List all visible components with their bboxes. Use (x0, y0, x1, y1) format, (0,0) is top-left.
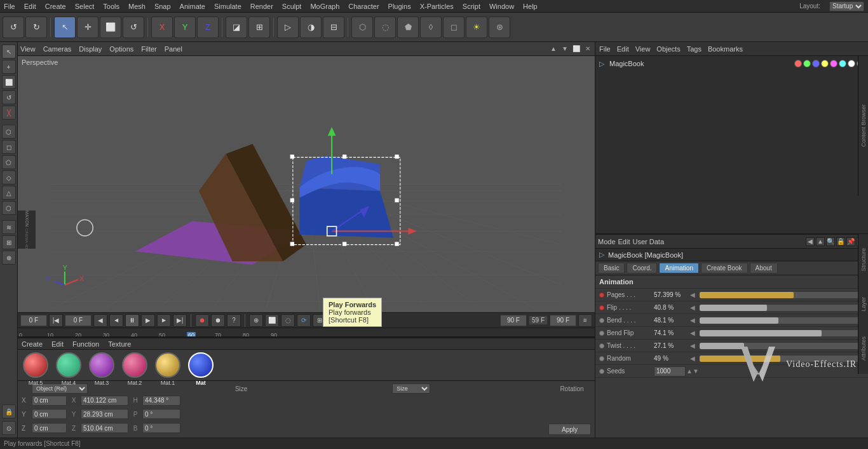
attr-userdata-btn[interactable]: User Data (633, 238, 665, 245)
auto-key-button[interactable]: ⏺ (211, 314, 225, 327)
left-tool-4[interactable]: ↺ (2, 90, 16, 104)
panel-tab[interactable]: Panel (165, 45, 182, 53)
left-tool-13[interactable]: ⊞ (2, 235, 16, 249)
basic-tab[interactable]: Basic (598, 263, 625, 273)
move-tool-button[interactable]: ✛ (77, 17, 98, 38)
motion-loop-button[interactable]: ⟳ (297, 314, 311, 327)
mat-texture-menu[interactable]: Texture (108, 340, 131, 348)
key-help-button[interactable]: ? (227, 314, 241, 327)
left-tool-snap[interactable]: ⊙ (2, 421, 16, 435)
attr-forward-btn[interactable]: ▲ (816, 237, 825, 246)
scene-tool-button[interactable]: ⊛ (489, 17, 510, 38)
left-tool-7[interactable]: ◻ (2, 140, 16, 154)
left-tool-6[interactable]: ⬡ (2, 125, 16, 139)
vp-icon-2[interactable]: ▼ (560, 45, 569, 53)
bend-decrement[interactable]: ◀ (688, 316, 697, 325)
attr-back-btn[interactable]: ◀ (806, 237, 815, 246)
timeline-track[interactable] (18, 337, 595, 338)
material-mat2[interactable]: Mat.2 (122, 352, 147, 378)
bend-flip-bar-container[interactable] (700, 330, 864, 336)
material-mat5[interactable]: Mat.5 (23, 352, 48, 378)
scale-tool-button[interactable]: ⬜ (100, 17, 121, 38)
3d-viewport[interactable]: Perspective (18, 56, 595, 312)
fast-forward-button[interactable]: ▶ (157, 314, 171, 327)
attr-pin-btn[interactable]: 📌 (846, 237, 855, 246)
options-tab[interactable]: Options (109, 45, 133, 53)
menu-mesh[interactable]: Mesh (128, 3, 146, 10)
seeds-stepper[interactable]: ▲▼ (688, 367, 697, 376)
pages-decrement[interactable]: ◀ (688, 291, 697, 300)
y-axis-button[interactable]: Y (174, 17, 196, 38)
layout-select[interactable]: Startup (829, 1, 864, 11)
timeline-settings-button[interactable]: ≡ (578, 314, 592, 327)
camera-tool-button[interactable]: ◻ (443, 17, 465, 38)
start-frame-input[interactable] (65, 315, 92, 326)
left-tool-10[interactable]: △ (2, 186, 16, 200)
animation-tab[interactable]: Animation (659, 263, 698, 273)
size-mode-dropdown[interactable]: Size (392, 383, 430, 394)
p-rotation-input[interactable] (142, 409, 180, 419)
twist-decrement[interactable]: ◀ (688, 342, 697, 350)
rotate-tool-button[interactable]: ↺ (123, 17, 144, 38)
current-frame-input[interactable] (20, 315, 47, 326)
menu-render[interactable]: Render (250, 3, 273, 10)
cameras-tab[interactable]: Cameras (43, 45, 72, 53)
layer-label[interactable]: Layer (858, 285, 868, 323)
left-tool-12[interactable]: ≋ (2, 220, 16, 234)
menu-simulate[interactable]: Simulate (214, 3, 241, 10)
x-position-input[interactable] (32, 396, 67, 406)
vp-icon-3[interactable]: ⬜ (572, 45, 581, 53)
menu-plugins[interactable]: Plugins (388, 3, 411, 10)
h-rotation-input[interactable] (142, 396, 180, 406)
render-settings-button[interactable]: ⊟ (323, 17, 344, 38)
motion-play-button[interactable]: ◌ (281, 314, 295, 327)
bend-flip-decrement[interactable]: ◀ (688, 329, 697, 338)
redo-button[interactable]: ↻ (25, 17, 47, 38)
spline-tool-button[interactable]: ⬟ (397, 17, 419, 38)
nurbs-tool-button[interactable]: ◌ (374, 17, 396, 38)
object-axis-button[interactable]: ◪ (226, 17, 247, 38)
om-bookmarks-menu[interactable]: Bookmarks (708, 45, 743, 53)
z-position-input[interactable] (32, 423, 67, 433)
mat-edit-menu[interactable]: Edit (51, 340, 64, 348)
menu-select[interactable]: Select (75, 3, 95, 10)
menu-xparticles[interactable]: X-Particles (420, 3, 454, 10)
b-rotation-input[interactable] (142, 423, 180, 433)
prev-frame-button[interactable]: ◀ (109, 314, 123, 327)
display-tab[interactable]: Display (79, 45, 102, 53)
menu-animate[interactable]: Animate (180, 3, 205, 10)
vp-icon-1[interactable]: ▲ (549, 45, 558, 53)
menu-create[interactable]: Create (45, 3, 66, 10)
end-frame-2-input[interactable] (550, 315, 576, 326)
attributes-label[interactable]: Attributes (858, 323, 868, 374)
motion-button[interactable]: ⊕ (249, 314, 263, 327)
attr-mode-btn[interactable]: Mode (598, 238, 616, 245)
left-tool-5[interactable]: ╳ (2, 106, 16, 120)
material-mat3[interactable]: Mat.3 (89, 352, 114, 378)
menu-file[interactable]: File (4, 3, 15, 10)
left-tool-lock[interactable]: 🔒 (2, 404, 16, 418)
render-button[interactable]: ◑ (300, 17, 322, 38)
attr-lock-btn[interactable]: 🔒 (836, 237, 845, 246)
om-tags-menu[interactable]: Tags (687, 45, 702, 53)
menu-tools[interactable]: Tools (103, 3, 119, 10)
attr-search-btn[interactable]: 🔍 (826, 237, 835, 246)
deformer-tool-button[interactable]: ◊ (420, 17, 442, 38)
seeds-input[interactable] (654, 366, 686, 376)
structure-label[interactable]: Structure (858, 234, 868, 285)
object-list[interactable]: ▷ MagicBook (595, 56, 868, 234)
menu-character[interactable]: Character (348, 3, 379, 10)
undo-button[interactable]: ↺ (3, 17, 24, 38)
object-magicbook[interactable]: ▷ MagicBook (597, 57, 867, 70)
left-tool-8[interactable]: ⬠ (2, 155, 16, 169)
left-tool-14[interactable]: ⊕ (2, 251, 16, 265)
apply-button[interactable]: Apply (548, 424, 591, 435)
material-mat[interactable]: Mat (188, 352, 214, 378)
left-tool-2[interactable]: + (2, 60, 16, 74)
menu-window[interactable]: Window (489, 3, 514, 10)
z-size-input[interactable] (81, 423, 128, 433)
end-frame-input[interactable] (500, 315, 527, 326)
z-axis-button[interactable]: Z (197, 17, 219, 38)
menu-help[interactable]: Help (523, 3, 538, 10)
random-decrement[interactable]: ◀ (688, 354, 697, 363)
